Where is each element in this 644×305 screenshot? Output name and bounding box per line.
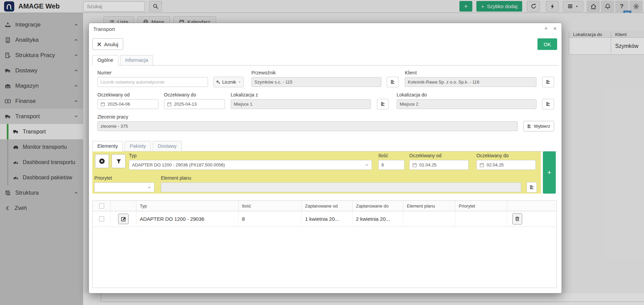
klient-select-button[interactable] <box>542 77 554 87</box>
lokalizacja-z-label: Lokalizacja z <box>231 92 371 98</box>
cell-priorytet <box>455 211 507 227</box>
oczekiwany-od-field[interactable] <box>97 99 158 109</box>
priorytet-label: Priorytet <box>94 175 154 181</box>
editor-oczekiwany-od-input[interactable] <box>419 162 466 167</box>
dialog-title: Transport <box>93 26 115 32</box>
plus-circle-icon <box>99 158 105 164</box>
row-checkbox[interactable] <box>99 216 104 221</box>
priorytet-select[interactable] <box>94 182 154 192</box>
dialog-tabs: Ogólne Informacja <box>92 55 558 66</box>
dialog-close-button[interactable]: × <box>553 25 557 32</box>
cancel-button[interactable]: Anuluj <box>92 38 123 50</box>
ok-button[interactable]: OK <box>537 38 557 50</box>
przewoznik-label: Przewoźnik <box>251 70 381 76</box>
tab-pakiety[interactable]: Pakiety <box>125 141 151 151</box>
elements-table: Typ Ilość Zaplanowane od Zaplanowane do … <box>92 200 557 288</box>
cell-zaplanowane-do: 2 kwietnia 20... <box>353 211 403 227</box>
licznik-dropdown-button[interactable]: Licznik <box>213 77 244 87</box>
select-all-checkbox[interactable] <box>99 203 104 209</box>
cancel-label: Anuluj <box>104 41 118 47</box>
klient-field[interactable] <box>405 77 536 87</box>
row-edit-cell <box>111 211 136 227</box>
typ-select[interactable]: ADAPTER DO 1200 - 29036 (PX187.500.0056) <box>129 160 372 170</box>
elements-tabs: Elementy Pakiety Dostawy <box>92 141 558 151</box>
klient-label: Klient <box>405 70 536 76</box>
confirm-add-element-button[interactable]: + <box>543 151 556 194</box>
transport-dialog: Transport + × Anuluj OK Ogólne Informacj… <box>89 23 562 293</box>
list-select-icon <box>390 79 395 85</box>
numer-field[interactable] <box>97 77 208 87</box>
cell-typ: ADAPTER DO 1200 - 29036 <box>136 211 239 227</box>
oczekiwany-do-field[interactable] <box>164 99 225 109</box>
przewoznik-input[interactable] <box>254 79 378 85</box>
cell-element-planu <box>403 211 455 227</box>
lokalizacja-do-select-button[interactable] <box>542 99 554 109</box>
edit-icon <box>121 216 126 222</box>
column-header-typ[interactable]: Typ <box>136 201 239 211</box>
tab-informacja[interactable]: Informacja <box>120 55 153 66</box>
filter-button[interactable] <box>112 154 126 168</box>
element-planu-input[interactable] <box>164 185 518 190</box>
lokalizacja-z-input[interactable] <box>234 102 368 107</box>
list-select-icon <box>529 185 534 190</box>
column-header-priorytet[interactable]: Priorytet <box>455 201 507 211</box>
lokalizacja-z-field[interactable] <box>231 99 371 109</box>
cell-zaplanowane-od: 1 kwietnia 20... <box>302 211 353 227</box>
list-select-icon <box>527 124 532 129</box>
lokalizacja-z-select-button[interactable] <box>377 99 389 109</box>
ilosc-input[interactable] <box>381 162 401 167</box>
editor-oczekiwany-od-label: Oczekiwany od <box>409 153 469 159</box>
przewoznik-field[interactable] <box>251 77 381 87</box>
zlecenie-pracy-label: Zlecenie pracy <box>97 114 518 120</box>
przewoznik-select-button[interactable] <box>387 77 399 87</box>
row-checkbox-cell <box>93 211 111 227</box>
oczekiwany-do-label: Oczekiwany do <box>164 92 225 98</box>
numer-label: Numer <box>97 70 208 76</box>
funnel-icon <box>116 159 121 164</box>
oczekiwany-od-input[interactable] <box>108 102 155 107</box>
oczekiwany-do-input[interactable] <box>174 102 222 107</box>
dialog-detach-button[interactable]: + <box>544 25 548 32</box>
tab-ogolne[interactable]: Ogólne <box>92 55 118 66</box>
column-header-zaplanowane-do[interactable]: Zaplanowane do <box>353 201 403 211</box>
element-planu-label: Element planu <box>161 175 521 181</box>
wybierz-button[interactable]: Wybierz <box>523 121 554 131</box>
chevron-down-icon <box>147 185 151 190</box>
calendar-icon <box>100 102 105 107</box>
column-header-zaplanowane-od[interactable]: Zaplanowane od <box>302 201 353 211</box>
element-planu-field[interactable] <box>161 182 521 192</box>
ilosc-field[interactable] <box>378 160 404 170</box>
ilosc-label: Ilość <box>378 153 404 159</box>
oczekiwany-od-label: Oczekiwany od <box>97 92 158 98</box>
column-header-ilosc[interactable]: Ilość <box>239 201 302 211</box>
tab-dostawy[interactable]: Dostawy <box>153 141 182 151</box>
numer-input[interactable] <box>100 79 205 85</box>
zlecenie-pracy-field[interactable] <box>97 121 518 131</box>
lokalizacja-do-input[interactable] <box>400 102 533 107</box>
editor-oczekiwany-do-field[interactable] <box>476 160 536 170</box>
typ-label: Typ <box>129 153 372 159</box>
table-row[interactable]: ADAPTER DO 1200 - 29036 8 1 kwietnia 20.… <box>93 211 556 227</box>
add-element-button[interactable] <box>95 154 109 168</box>
elements-table-header: Typ Ilość Zaplanowane od Zaplanowane do … <box>93 201 556 211</box>
caret-down-icon <box>238 80 241 84</box>
gears-icon <box>216 79 221 85</box>
lokalizacja-do-field[interactable] <box>397 99 536 109</box>
calendar-icon <box>412 163 417 167</box>
editor-oczekiwany-do-input[interactable] <box>487 162 533 167</box>
licznik-label: Licznik <box>222 79 236 85</box>
list-select-icon <box>546 102 551 107</box>
edit-row-button[interactable] <box>118 214 129 224</box>
delete-row-button[interactable] <box>512 213 522 225</box>
tab-elementy[interactable]: Elementy <box>92 141 123 151</box>
chevron-down-icon <box>365 163 369 167</box>
zlecenie-pracy-input[interactable] <box>100 124 515 129</box>
klient-input[interactable] <box>408 79 533 85</box>
header-checkbox-cell <box>93 201 111 211</box>
calendar-icon <box>479 163 484 167</box>
column-header-element-planu[interactable]: Element planu <box>403 201 455 211</box>
header-edit-cell <box>111 201 136 211</box>
editor-oczekiwany-od-field[interactable] <box>409 160 469 170</box>
header-actions-cell <box>507 201 556 211</box>
element-planu-select-button[interactable] <box>527 182 537 193</box>
